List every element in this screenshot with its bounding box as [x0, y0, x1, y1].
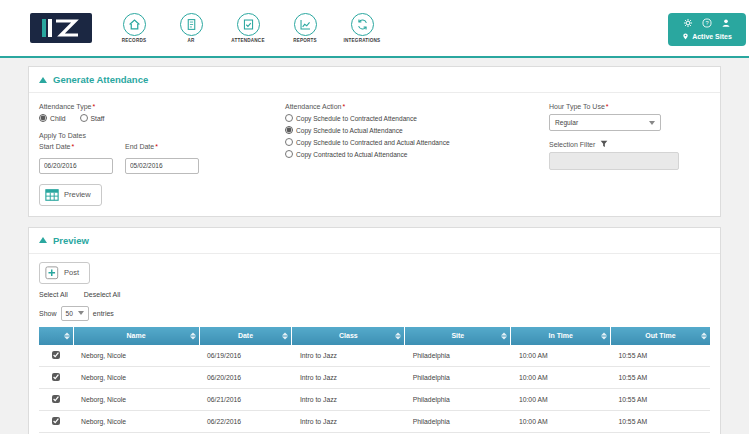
- attendance-action-option-label: Copy Schedule to Contracted and Actual A…: [296, 139, 450, 146]
- cell-in-time: 10:00 AM: [511, 410, 611, 432]
- integrations-icon: [351, 13, 374, 36]
- attendance-action-radio-3[interactable]: [285, 150, 293, 158]
- row-select-cell: [39, 366, 73, 388]
- attendance-action-radio-0[interactable]: [285, 114, 293, 122]
- attendance-action-option-label: Copy Schedule to Contracted Attendance: [296, 115, 417, 122]
- cell-date: 06/22/2016: [199, 410, 292, 432]
- main-content: Generate Attendance Attendance Type* Chi…: [0, 58, 749, 434]
- attendance-action-option-0[interactable]: Copy Schedule to Contracted Attendance: [285, 114, 523, 122]
- cell-class: Intro to Jazz: [292, 345, 405, 367]
- cell-name: Neborg, Nicole: [73, 345, 199, 367]
- cell-class: Intro to Jazz: [292, 410, 405, 432]
- table-row: Neborg, Nicole06/19/2016Intro to JazzPhi…: [39, 345, 710, 367]
- cell-out-time: 10:55 AM: [610, 366, 710, 388]
- attendance-type-staff-option[interactable]: Staff: [80, 114, 105, 122]
- preview-title: Preview: [53, 235, 89, 246]
- svg-text:?: ?: [705, 20, 708, 26]
- required-marker: *: [606, 103, 609, 110]
- deselect-all-link[interactable]: Deselect All: [84, 291, 121, 298]
- attendance-action-option-3[interactable]: Copy Contracted to Actual Attendance: [285, 150, 523, 158]
- main-nav-items: RECORDS AR ATTENDANCE REPORTS INTEGRATIO…: [112, 13, 384, 43]
- post-button-label: Post: [64, 268, 79, 277]
- generate-form-middle-column: Attendance Action* Copy Schedule to Cont…: [285, 103, 523, 174]
- generate-attendance-header[interactable]: Generate Attendance: [29, 67, 720, 93]
- sort-icons: [601, 332, 607, 339]
- attendance-action-option-label: Copy Contracted to Actual Attendance: [296, 151, 407, 158]
- table-row: Neborg, Nicole06/20/2016Intro to JazzPhi…: [39, 366, 710, 388]
- end-date-input[interactable]: [125, 158, 199, 174]
- preview-button[interactable]: Preview: [39, 184, 102, 206]
- cell-site: Philadelphia: [405, 366, 511, 388]
- selection-links: Select All Deselect All: [39, 291, 710, 298]
- header-right-panel: ? Active Sites: [668, 13, 746, 46]
- header-site[interactable]: Site: [405, 327, 511, 345]
- row-checkbox[interactable]: [52, 417, 60, 425]
- logo-mark: [41, 17, 81, 39]
- cell-name: Neborg, Nicole: [73, 410, 199, 432]
- row-select-cell: [39, 388, 73, 410]
- user-icon[interactable]: [721, 18, 731, 28]
- row-select-cell: [39, 410, 73, 432]
- app-logo[interactable]: [30, 13, 92, 43]
- preview-header[interactable]: Preview: [29, 228, 720, 254]
- header-select-column[interactable]: [39, 327, 73, 345]
- location-pin-icon: [682, 32, 689, 41]
- preview-body: Post Select All Deselect All Show 50 ent…: [29, 254, 720, 434]
- sort-icons: [395, 332, 401, 339]
- sort-icons: [190, 332, 196, 339]
- header-out-time[interactable]: Out Time: [610, 327, 710, 345]
- attendance-action-radio-2[interactable]: [285, 138, 293, 146]
- preview-button-label: Preview: [64, 190, 91, 199]
- start-date-input[interactable]: [39, 158, 113, 174]
- collapse-up-icon: [39, 77, 47, 83]
- row-checkbox[interactable]: [52, 351, 60, 359]
- end-date-field: End Date*: [125, 143, 199, 174]
- cell-site: Philadelphia: [405, 410, 511, 432]
- select-all-link[interactable]: Select All: [39, 291, 68, 298]
- nav-item-attendance[interactable]: ATTENDANCE: [226, 13, 270, 43]
- hour-type-select[interactable]: Regular: [549, 114, 661, 131]
- cell-date: 06/19/2016: [199, 345, 292, 367]
- generate-footer: Preview: [29, 174, 720, 216]
- table-row: Neborg, Nicole06/22/2016Intro to JazzPhi…: [39, 410, 710, 432]
- attendance-type-child-option[interactable]: Child: [39, 114, 66, 122]
- post-button[interactable]: Post: [39, 262, 90, 284]
- help-icon[interactable]: ?: [702, 18, 712, 28]
- nav-item-ar[interactable]: AR: [169, 13, 213, 43]
- hour-type-label: Hour Type To Use*: [549, 103, 709, 110]
- records-icon: [123, 13, 146, 36]
- nav-item-integrations[interactable]: INTEGRATIONS: [340, 13, 384, 43]
- cell-site: Philadelphia: [405, 388, 511, 410]
- selection-filter-label: Selection Filter: [549, 140, 709, 148]
- active-sites[interactable]: Active Sites: [673, 32, 741, 41]
- cell-class: Intro to Jazz: [292, 388, 405, 410]
- start-date-field: Start Date*: [39, 143, 113, 174]
- top-nav-bar: RECORDS AR ATTENDANCE REPORTS INTEGRATIO…: [0, 0, 749, 58]
- table-header-row: Name Date Class Site In Time Out Time: [39, 327, 710, 345]
- header-in-time[interactable]: In Time: [511, 327, 611, 345]
- header-date[interactable]: Date: [199, 327, 292, 345]
- row-checkbox[interactable]: [52, 395, 60, 403]
- attendance-action-option-2[interactable]: Copy Schedule to Contracted and Actual A…: [285, 138, 523, 146]
- nav-item-reports[interactable]: REPORTS: [283, 13, 327, 43]
- row-checkbox[interactable]: [52, 373, 60, 381]
- attendance-type-staff-radio[interactable]: [80, 114, 88, 122]
- attendance-type-child-radio[interactable]: [39, 114, 47, 122]
- generate-form-right-column: Hour Type To Use* Regular Selection Filt…: [549, 103, 709, 174]
- header-class[interactable]: Class: [292, 327, 405, 345]
- entries-per-page-select[interactable]: 50: [61, 306, 89, 321]
- attendance-action-option-1[interactable]: Copy Schedule to Actual Attendance: [285, 126, 523, 134]
- table-row: Neborg, Nicole06/21/2016Intro to JazzPhi…: [39, 388, 710, 410]
- filter-funnel-icon[interactable]: [600, 140, 608, 148]
- header-name[interactable]: Name: [73, 327, 199, 345]
- settings-gear-icon[interactable]: [683, 18, 693, 28]
- nav-item-records[interactable]: RECORDS: [112, 13, 156, 43]
- attendance-action-radio-1[interactable]: [285, 126, 293, 134]
- hour-type-selected-value: Regular: [555, 119, 578, 126]
- cell-out-time: 10:55 AM: [610, 388, 710, 410]
- selection-filter-input[interactable]: [549, 152, 679, 170]
- chevron-down-icon: [78, 311, 84, 315]
- entries-label: entries: [93, 310, 114, 317]
- preview-table-body: Neborg, Nicole06/19/2016Intro to JazzPhi…: [39, 345, 710, 434]
- attendance-type-options: Child Staff: [39, 114, 259, 122]
